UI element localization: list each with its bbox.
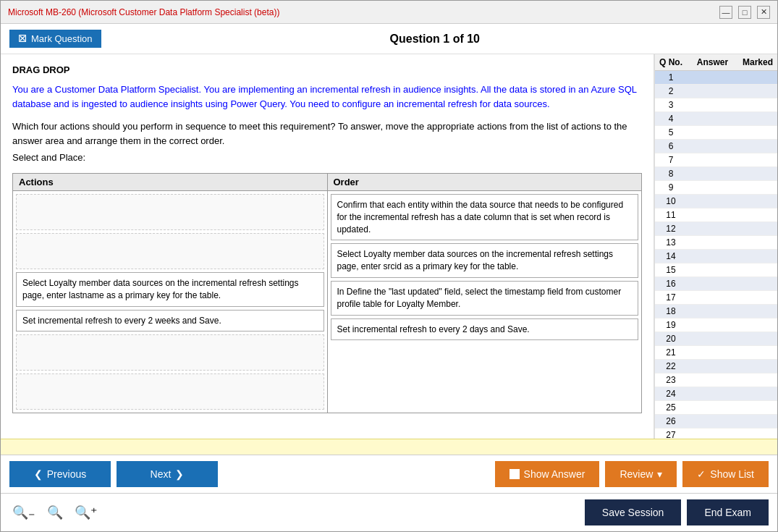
sidebar-marked-cell [740,375,776,385]
sidebar-row[interactable]: 24 [655,387,777,401]
minimize-button[interactable]: — [719,6,732,19]
close-button[interactable]: ✕ [757,6,770,19]
actions-column: Actions Select Loyalty member data sourc… [13,174,328,413]
previous-button[interactable]: ❮ Previous [9,461,111,487]
sidebar-qno: 21 [656,347,685,358]
bottom-nav: ❮ Previous Next ❯ Show Answer Review ▾ ✓… [1,455,777,493]
sidebar-row[interactable]: 6 [655,140,777,153]
sidebar-row[interactable]: 22 [655,360,777,373]
sidebar-row[interactable]: 7 [655,153,777,167]
sidebar-answer-cell [685,389,740,399]
sidebar-answer-cell [685,416,740,426]
sidebar-row[interactable]: 10 [655,195,777,208]
sidebar-answer-cell [685,182,740,193]
next-button[interactable]: Next ❯ [117,461,218,487]
sidebar-answer-cell [685,86,740,96]
sidebar-qno: 18 [656,306,685,316]
sidebar-row[interactable]: 5 [655,126,777,140]
next-label: Next [151,468,172,480]
show-list-check-icon: ✓ [697,468,706,480]
sidebar-row[interactable]: 3 [655,98,777,112]
sidebar-qno: 23 [656,375,685,385]
show-answer-label: Show Answer [524,468,585,480]
sidebar-qno: 2 [656,86,685,96]
sidebar-qno: 15 [656,265,685,275]
end-exam-button[interactable]: End Exam [687,499,769,525]
sidebar-row[interactable]: 12 [655,222,777,236]
show-list-button[interactable]: ✓ Show List [682,461,769,487]
sidebar-marked-cell [740,86,776,96]
order-column: Order Confirm that each entity within th… [328,174,642,413]
action-empty-2[interactable] [16,233,324,269]
sidebar-qno: 22 [656,361,685,371]
sidebar-row[interactable]: 13 [655,236,777,250]
sidebar-answer-cell [685,279,740,289]
sidebar-row[interactable]: 8 [655,167,777,181]
sidebar-qno: 27 [656,430,685,439]
sidebar-marked-cell [740,320,776,330]
sidebar-qno: 12 [656,224,685,234]
save-session-button[interactable]: Save Session [585,499,682,525]
main-window: Microsoft MB-260 (Microsoft Customer Dat… [0,0,778,532]
action-item-4[interactable]: Set incremental refresh to every 2 weeks… [16,310,324,332]
sidebar-qno: 14 [656,251,685,261]
sidebar-row[interactable]: 1 [655,71,777,85]
sidebar-row[interactable]: 16 [655,277,777,291]
question-title: Question 1 of 10 [101,33,769,46]
action-empty-6[interactable] [16,373,324,410]
sidebar-qno: 10 [656,196,685,206]
sidebar-answer-cell [685,292,740,303]
sidebar-marked-cell [740,416,776,426]
review-label: Review [620,468,653,480]
sidebar-row[interactable]: 20 [655,332,777,346]
sidebar-row[interactable]: 4 [655,112,777,126]
sidebar-answer-cell [685,169,740,179]
checkbox-icon: ☒ [18,33,27,44]
previous-label: Previous [47,468,86,480]
order-item-3[interactable]: In Define the "last updated" field, sele… [331,281,639,316]
show-answer-button[interactable]: Show Answer [495,461,600,487]
zoom-normal-button[interactable]: 🔍 [44,503,66,522]
sidebar-answer-cell [685,237,740,248]
sidebar-row[interactable]: 15 [655,263,777,277]
yellow-bar [1,439,777,455]
sidebar-row[interactable]: 26 [655,415,777,428]
sidebar-answer-cell [685,114,740,124]
sidebar-marked-cell [740,292,776,303]
sidebar-answer-cell [685,155,740,165]
sidebar-row[interactable]: 2 [655,85,777,98]
toolbar: ☒ Mark Question Question 1 of 10 [1,24,777,54]
sidebar-answer-cell [685,141,740,151]
restore-button[interactable]: □ [738,6,751,19]
show-answer-checkbox-icon [509,469,520,479]
action-empty-1[interactable] [16,194,324,230]
action-empty-5[interactable] [16,334,324,371]
order-item-4[interactable]: Set incremental refresh to every 2 days … [331,318,639,341]
review-button[interactable]: Review ▾ [605,461,677,487]
sidebar-row[interactable]: 23 [655,373,777,387]
mark-question-label: Mark Question [31,33,93,44]
sidebar-row[interactable]: 17 [655,291,777,305]
sidebar-row[interactable]: 21 [655,346,777,360]
review-dropdown-icon: ▾ [657,468,662,480]
sidebar-row[interactable]: 11 [655,208,777,222]
sidebar-row[interactable]: 19 [655,318,777,332]
sidebar-marked-cell [740,155,776,165]
zoom-out-button[interactable]: 🔍₋ [9,503,38,522]
action-item-3[interactable]: Select Loyalty member data sources on th… [16,272,324,307]
order-item-1[interactable]: Confirm that each entity within the data… [331,194,639,240]
sidebar-row[interactable]: 14 [655,250,777,263]
sidebar-row[interactable]: 25 [655,401,777,415]
order-item-2[interactable]: Select Loyalty member data sources on th… [331,243,639,278]
sidebar-answer-header: Answer [685,57,740,67]
sidebar-row[interactable]: 27 [655,428,777,439]
zoom-in-button[interactable]: 🔍⁺ [72,503,101,522]
sidebar-row[interactable]: 9 [655,181,777,195]
mark-question-button[interactable]: ☒ Mark Question [9,30,101,48]
sidebar-qno: 26 [656,416,685,426]
sidebar-row[interactable]: 18 [655,305,777,318]
content-panel: DRAG DROP You are a Customer Data Platfo… [1,54,654,439]
sidebar-header: Q No. Answer Marked [655,54,777,71]
sidebar-rows: 1 2 3 4 5 6 7 8 [655,71,777,439]
sidebar-answer-cell [685,100,740,110]
